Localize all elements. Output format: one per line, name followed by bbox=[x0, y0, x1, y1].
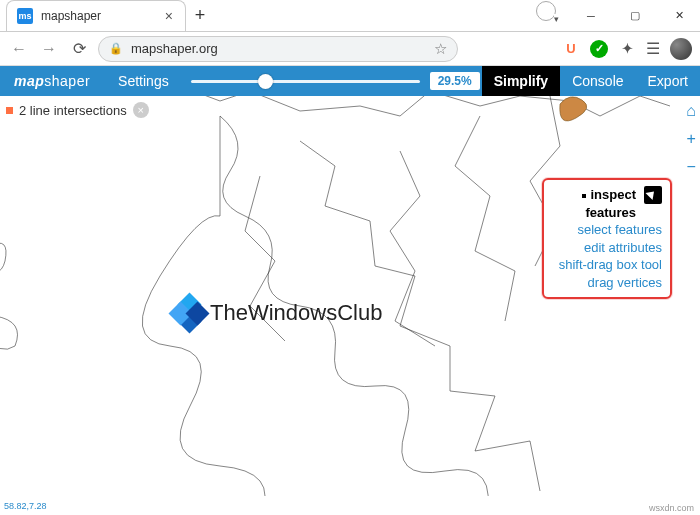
url-input[interactable]: 🔒 mapshaper.org ☆ bbox=[98, 36, 458, 62]
extension-u-icon[interactable]: U bbox=[562, 40, 580, 58]
intersections-warning: 2 line intersections × bbox=[6, 102, 149, 118]
zoom-in-button[interactable]: + bbox=[686, 130, 695, 148]
inspect-tooltip: inspect features select features edit at… bbox=[542, 178, 672, 299]
home-extent-button[interactable]: ⌂ bbox=[686, 102, 696, 120]
cursor-icon bbox=[644, 186, 662, 204]
tool-drag-vertices[interactable]: drag vertices bbox=[554, 274, 662, 292]
app-toolbar: mapshaper Settings 29.5% Simplify Consol… bbox=[0, 66, 700, 96]
lock-icon: 🔒 bbox=[109, 42, 123, 55]
slider-thumb[interactable] bbox=[258, 74, 273, 89]
export-button[interactable]: Export bbox=[636, 73, 700, 89]
warning-text: 2 line intersections bbox=[19, 103, 127, 118]
window-controls: ─ ▢ ✕ bbox=[528, 1, 700, 31]
minimize-button[interactable]: ─ bbox=[570, 1, 612, 31]
tab-title: mapshaper bbox=[41, 9, 101, 23]
account-chevron-icon[interactable] bbox=[536, 1, 556, 21]
profile-avatar[interactable] bbox=[670, 38, 692, 60]
coordinates-display: 58.82,7.28 bbox=[0, 501, 700, 515]
zoom-out-button[interactable]: − bbox=[686, 158, 695, 176]
window-titlebar: ms mapshaper × + ─ ▢ ✕ bbox=[0, 0, 700, 32]
back-button[interactable]: ← bbox=[8, 40, 30, 58]
tool-box-select[interactable]: shift-drag box tool bbox=[554, 256, 662, 274]
simplify-button[interactable]: Simplify bbox=[482, 66, 560, 96]
tool-edit-attributes[interactable]: edit attributes bbox=[554, 239, 662, 257]
tool-select-features[interactable]: select features bbox=[554, 221, 662, 239]
slider-track bbox=[191, 80, 420, 83]
url-text: mapshaper.org bbox=[131, 41, 218, 56]
map-side-controls: ⌂ + − bbox=[686, 102, 696, 176]
maximize-button[interactable]: ▢ bbox=[614, 1, 656, 31]
bookmark-star-icon[interactable]: ☆ bbox=[434, 40, 447, 58]
dismiss-warning-button[interactable]: × bbox=[133, 102, 149, 118]
forward-button[interactable]: → bbox=[38, 40, 60, 58]
twc-logo-icon bbox=[172, 296, 206, 330]
favicon-icon: ms bbox=[17, 8, 33, 24]
close-tab-icon[interactable]: × bbox=[165, 8, 173, 24]
extensions-puzzle-icon[interactable]: ✦ bbox=[618, 40, 636, 58]
browser-tab[interactable]: ms mapshaper × bbox=[6, 0, 186, 31]
new-tab-button[interactable]: + bbox=[186, 5, 214, 26]
extension-check-icon[interactable]: ✓ bbox=[590, 40, 608, 58]
console-button[interactable]: Console bbox=[560, 73, 635, 89]
warning-dot-icon bbox=[6, 107, 13, 114]
source-watermark: wsxdn.com bbox=[649, 503, 694, 513]
reading-list-icon[interactable]: ☰ bbox=[646, 39, 660, 58]
settings-button[interactable]: Settings bbox=[104, 73, 183, 89]
address-bar: ← → ⟳ 🔒 mapshaper.org ☆ U ✓ ✦ ☰ bbox=[0, 32, 700, 66]
watermark-logo: TheWindowsClub bbox=[172, 296, 382, 330]
map-canvas[interactable]: 2 line intersections × ⌂ + − inspect fea… bbox=[0, 96, 700, 501]
simplify-slider[interactable] bbox=[183, 80, 428, 83]
app-logo[interactable]: mapshaper bbox=[0, 73, 104, 89]
extensions-area: U ✓ ✦ ☰ bbox=[562, 38, 692, 60]
percentage-display[interactable]: 29.5% bbox=[430, 72, 480, 90]
close-window-button[interactable]: ✕ bbox=[658, 1, 700, 31]
brand-text: TheWindowsClub bbox=[210, 300, 382, 326]
reload-button[interactable]: ⟳ bbox=[68, 39, 90, 58]
